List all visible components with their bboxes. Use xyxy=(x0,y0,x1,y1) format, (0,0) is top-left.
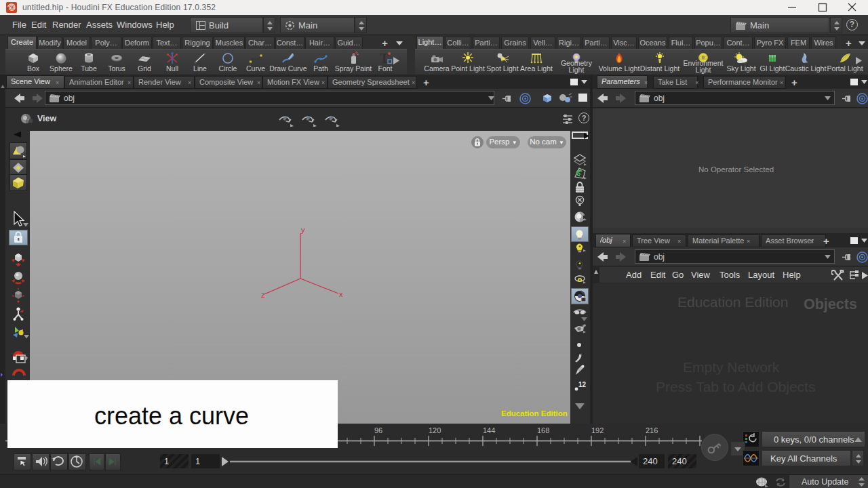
svg-text:216: 216 xyxy=(646,426,658,434)
svg-text:96: 96 xyxy=(374,426,382,434)
svg-text:12: 12 xyxy=(578,381,587,388)
svg-text:168: 168 xyxy=(537,426,549,434)
svg-text:120: 120 xyxy=(429,426,441,434)
svg-text:y: y xyxy=(301,226,305,234)
svg-text:x: x xyxy=(339,290,343,298)
svg-text:144: 144 xyxy=(483,426,495,434)
svg-text:z: z xyxy=(261,291,265,299)
svg-text:192: 192 xyxy=(591,426,604,434)
